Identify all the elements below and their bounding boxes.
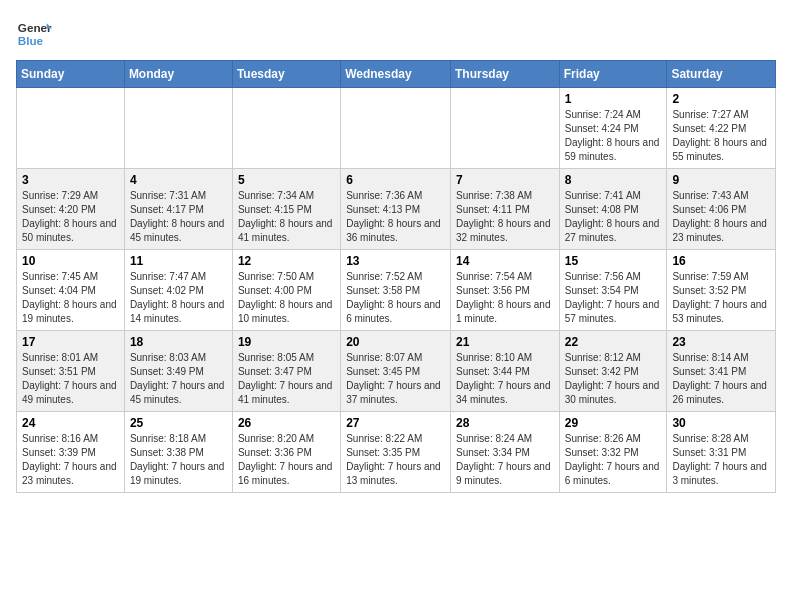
- day-number: 29: [565, 416, 662, 430]
- calendar-cell: [124, 88, 232, 169]
- day-info: Sunrise: 8:05 AM Sunset: 3:47 PM Dayligh…: [238, 351, 335, 407]
- calendar-cell: 19Sunrise: 8:05 AM Sunset: 3:47 PM Dayli…: [232, 331, 340, 412]
- calendar-cell: 15Sunrise: 7:56 AM Sunset: 3:54 PM Dayli…: [559, 250, 667, 331]
- calendar-cell: 16Sunrise: 7:59 AM Sunset: 3:52 PM Dayli…: [667, 250, 776, 331]
- weekday-header-monday: Monday: [124, 61, 232, 88]
- day-number: 12: [238, 254, 335, 268]
- calendar-week-row: 10Sunrise: 7:45 AM Sunset: 4:04 PM Dayli…: [17, 250, 776, 331]
- day-info: Sunrise: 8:14 AM Sunset: 3:41 PM Dayligh…: [672, 351, 770, 407]
- day-number: 2: [672, 92, 770, 106]
- day-info: Sunrise: 7:56 AM Sunset: 3:54 PM Dayligh…: [565, 270, 662, 326]
- calendar-cell: 17Sunrise: 8:01 AM Sunset: 3:51 PM Dayli…: [17, 331, 125, 412]
- calendar-cell: 23Sunrise: 8:14 AM Sunset: 3:41 PM Dayli…: [667, 331, 776, 412]
- calendar-cell: 12Sunrise: 7:50 AM Sunset: 4:00 PM Dayli…: [232, 250, 340, 331]
- day-number: 13: [346, 254, 445, 268]
- weekday-header-friday: Friday: [559, 61, 667, 88]
- day-info: Sunrise: 8:16 AM Sunset: 3:39 PM Dayligh…: [22, 432, 119, 488]
- day-number: 3: [22, 173, 119, 187]
- calendar-cell: 29Sunrise: 8:26 AM Sunset: 3:32 PM Dayli…: [559, 412, 667, 493]
- calendar-cell: 6Sunrise: 7:36 AM Sunset: 4:13 PM Daylig…: [341, 169, 451, 250]
- calendar-cell: 2Sunrise: 7:27 AM Sunset: 4:22 PM Daylig…: [667, 88, 776, 169]
- day-info: Sunrise: 7:31 AM Sunset: 4:17 PM Dayligh…: [130, 189, 227, 245]
- day-number: 14: [456, 254, 554, 268]
- day-info: Sunrise: 7:41 AM Sunset: 4:08 PM Dayligh…: [565, 189, 662, 245]
- day-number: 7: [456, 173, 554, 187]
- calendar-cell: 28Sunrise: 8:24 AM Sunset: 3:34 PM Dayli…: [450, 412, 559, 493]
- weekday-header-thursday: Thursday: [450, 61, 559, 88]
- calendar-cell: 13Sunrise: 7:52 AM Sunset: 3:58 PM Dayli…: [341, 250, 451, 331]
- day-info: Sunrise: 8:26 AM Sunset: 3:32 PM Dayligh…: [565, 432, 662, 488]
- day-info: Sunrise: 7:52 AM Sunset: 3:58 PM Dayligh…: [346, 270, 445, 326]
- day-number: 28: [456, 416, 554, 430]
- page-header: General Blue: [16, 16, 776, 52]
- day-number: 5: [238, 173, 335, 187]
- day-number: 21: [456, 335, 554, 349]
- svg-text:Blue: Blue: [18, 34, 44, 47]
- weekday-header-sunday: Sunday: [17, 61, 125, 88]
- calendar-cell: 22Sunrise: 8:12 AM Sunset: 3:42 PM Dayli…: [559, 331, 667, 412]
- calendar-cell: 14Sunrise: 7:54 AM Sunset: 3:56 PM Dayli…: [450, 250, 559, 331]
- calendar-cell: 5Sunrise: 7:34 AM Sunset: 4:15 PM Daylig…: [232, 169, 340, 250]
- logo-icon: General Blue: [16, 16, 52, 52]
- day-number: 9: [672, 173, 770, 187]
- weekday-header-wednesday: Wednesday: [341, 61, 451, 88]
- day-number: 19: [238, 335, 335, 349]
- weekday-header-saturday: Saturday: [667, 61, 776, 88]
- calendar-cell: 25Sunrise: 8:18 AM Sunset: 3:38 PM Dayli…: [124, 412, 232, 493]
- calendar-table: SundayMondayTuesdayWednesdayThursdayFrid…: [16, 60, 776, 493]
- calendar-week-row: 17Sunrise: 8:01 AM Sunset: 3:51 PM Dayli…: [17, 331, 776, 412]
- day-info: Sunrise: 7:29 AM Sunset: 4:20 PM Dayligh…: [22, 189, 119, 245]
- calendar-cell: 4Sunrise: 7:31 AM Sunset: 4:17 PM Daylig…: [124, 169, 232, 250]
- day-number: 17: [22, 335, 119, 349]
- day-info: Sunrise: 7:54 AM Sunset: 3:56 PM Dayligh…: [456, 270, 554, 326]
- day-number: 16: [672, 254, 770, 268]
- day-number: 11: [130, 254, 227, 268]
- day-info: Sunrise: 8:22 AM Sunset: 3:35 PM Dayligh…: [346, 432, 445, 488]
- calendar-cell: 11Sunrise: 7:47 AM Sunset: 4:02 PM Dayli…: [124, 250, 232, 331]
- calendar-cell: 9Sunrise: 7:43 AM Sunset: 4:06 PM Daylig…: [667, 169, 776, 250]
- calendar-cell: 8Sunrise: 7:41 AM Sunset: 4:08 PM Daylig…: [559, 169, 667, 250]
- calendar-cell: 10Sunrise: 7:45 AM Sunset: 4:04 PM Dayli…: [17, 250, 125, 331]
- day-number: 25: [130, 416, 227, 430]
- calendar-cell: 21Sunrise: 8:10 AM Sunset: 3:44 PM Dayli…: [450, 331, 559, 412]
- day-number: 4: [130, 173, 227, 187]
- calendar-cell: 26Sunrise: 8:20 AM Sunset: 3:36 PM Dayli…: [232, 412, 340, 493]
- day-number: 8: [565, 173, 662, 187]
- day-number: 10: [22, 254, 119, 268]
- day-number: 20: [346, 335, 445, 349]
- day-number: 27: [346, 416, 445, 430]
- logo: General Blue: [16, 16, 52, 52]
- day-number: 15: [565, 254, 662, 268]
- day-number: 30: [672, 416, 770, 430]
- calendar-week-row: 1Sunrise: 7:24 AM Sunset: 4:24 PM Daylig…: [17, 88, 776, 169]
- day-number: 6: [346, 173, 445, 187]
- calendar-week-row: 3Sunrise: 7:29 AM Sunset: 4:20 PM Daylig…: [17, 169, 776, 250]
- day-info: Sunrise: 8:01 AM Sunset: 3:51 PM Dayligh…: [22, 351, 119, 407]
- calendar-cell: 30Sunrise: 8:28 AM Sunset: 3:31 PM Dayli…: [667, 412, 776, 493]
- day-info: Sunrise: 8:10 AM Sunset: 3:44 PM Dayligh…: [456, 351, 554, 407]
- calendar-cell: 27Sunrise: 8:22 AM Sunset: 3:35 PM Dayli…: [341, 412, 451, 493]
- calendar-cell: 20Sunrise: 8:07 AM Sunset: 3:45 PM Dayli…: [341, 331, 451, 412]
- day-info: Sunrise: 7:45 AM Sunset: 4:04 PM Dayligh…: [22, 270, 119, 326]
- day-info: Sunrise: 7:34 AM Sunset: 4:15 PM Dayligh…: [238, 189, 335, 245]
- day-info: Sunrise: 7:24 AM Sunset: 4:24 PM Dayligh…: [565, 108, 662, 164]
- calendar-week-row: 24Sunrise: 8:16 AM Sunset: 3:39 PM Dayli…: [17, 412, 776, 493]
- calendar-cell: 24Sunrise: 8:16 AM Sunset: 3:39 PM Dayli…: [17, 412, 125, 493]
- day-number: 24: [22, 416, 119, 430]
- day-number: 26: [238, 416, 335, 430]
- day-info: Sunrise: 7:27 AM Sunset: 4:22 PM Dayligh…: [672, 108, 770, 164]
- day-info: Sunrise: 7:36 AM Sunset: 4:13 PM Dayligh…: [346, 189, 445, 245]
- day-info: Sunrise: 7:50 AM Sunset: 4:00 PM Dayligh…: [238, 270, 335, 326]
- calendar-cell: [341, 88, 451, 169]
- day-number: 22: [565, 335, 662, 349]
- day-info: Sunrise: 8:20 AM Sunset: 3:36 PM Dayligh…: [238, 432, 335, 488]
- calendar-cell: [232, 88, 340, 169]
- day-info: Sunrise: 8:03 AM Sunset: 3:49 PM Dayligh…: [130, 351, 227, 407]
- calendar-cell: 18Sunrise: 8:03 AM Sunset: 3:49 PM Dayli…: [124, 331, 232, 412]
- day-number: 1: [565, 92, 662, 106]
- calendar-cell: 1Sunrise: 7:24 AM Sunset: 4:24 PM Daylig…: [559, 88, 667, 169]
- weekday-header-row: SundayMondayTuesdayWednesdayThursdayFrid…: [17, 61, 776, 88]
- day-number: 18: [130, 335, 227, 349]
- calendar-cell: 3Sunrise: 7:29 AM Sunset: 4:20 PM Daylig…: [17, 169, 125, 250]
- day-info: Sunrise: 8:24 AM Sunset: 3:34 PM Dayligh…: [456, 432, 554, 488]
